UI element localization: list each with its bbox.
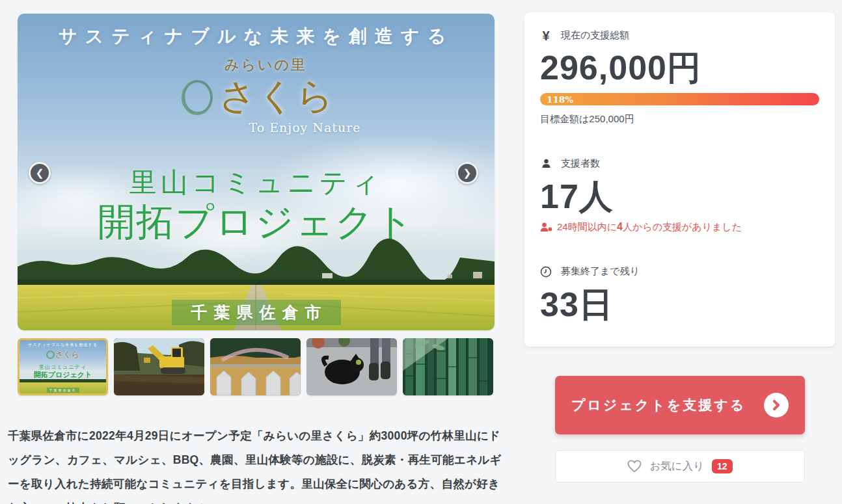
clock-icon: [540, 266, 552, 278]
thumb-title2: 開拓プロジェクト: [20, 370, 106, 380]
deadline-label: 募集終了まで残り: [561, 265, 640, 278]
person-add-icon: [540, 222, 552, 232]
chevron-right-circle-icon: [764, 393, 789, 418]
excavator-illustration: [114, 338, 204, 395]
thumbnail-excavator[interactable]: [114, 338, 204, 395]
hero-tagline: サスティナブルな未来を創造する: [18, 24, 495, 49]
favorite-count-badge: 12: [712, 459, 733, 473]
progress-bar: 118%: [540, 93, 819, 105]
project-description: 千葉県佐倉市に2022年4月29日にオープン予定「みらいの里さくら」約3000坪…: [8, 424, 502, 504]
logo-main-text: さくら: [219, 72, 335, 122]
deadline-label-row: 募集終了まで残り: [540, 265, 819, 278]
thumb-logo: さくら: [20, 349, 106, 360]
supporters-label: 支援者数: [561, 157, 600, 170]
funding-label: 現在の支援総額: [561, 29, 629, 42]
thumbnail-strip: サスティナブルな未来を創造する さくら 里山コミュニティ 開拓プロジェクト 千葉…: [18, 338, 495, 395]
thumbnail-dog[interactable]: [306, 338, 397, 395]
recent-support-note: 24時間以内に4人からの支援がありました: [540, 221, 819, 233]
yen-icon: ¥: [540, 30, 552, 42]
funding-label-row: ¥ 現在の支援総額: [540, 29, 819, 42]
thumb-tagline: サスティナブルな未来を創造する: [20, 342, 106, 348]
progress-percent: 118%: [540, 94, 573, 105]
dog-illustration: [306, 338, 397, 395]
thumbnail-bamboo[interactable]: [403, 338, 493, 395]
funding-amount: 296,000円: [540, 51, 819, 85]
person-icon: [540, 158, 552, 170]
ring-logo-icon: [178, 76, 217, 118]
funding-stats-card: ¥ 現在の支援総額 296,000円 118% 目標金額は250,000円 支援…: [524, 12, 835, 347]
thumbnail-project-banner[interactable]: サスティナブルな未来を創造する さくら 里山コミュニティ 開拓プロジェクト 千葉…: [18, 338, 108, 395]
supporters-count: 17人: [540, 179, 819, 213]
supporters-label-row: 支援者数: [540, 157, 819, 170]
logo-subtitle: To Enjoy Nature: [115, 120, 495, 135]
dog-run-illustration: [210, 338, 301, 395]
bamboo-illustration: [403, 338, 493, 395]
chevron-left-icon: ❮: [36, 167, 44, 179]
hero-logo: みらいの里 さくら To Enjoy Nature: [18, 55, 495, 135]
carousel-next-button[interactable]: ❯: [456, 162, 478, 184]
main-image-carousel: サスティナブルな未来を創造する みらいの里 さくら To Enjoy Natur…: [18, 14, 495, 330]
chevron-right-icon: ❯: [463, 167, 472, 179]
carousel-prev-button[interactable]: ❮: [29, 162, 51, 184]
thumb-location: 千葉県佐倉市: [20, 388, 106, 392]
support-project-button[interactable]: プロジェクトを支援する: [555, 376, 805, 434]
favorite-button[interactable]: お気に入り 12: [555, 450, 805, 483]
location-badge: 千葉県佐倉市: [18, 300, 495, 325]
funding-goal: 目標金額は250,000円: [540, 113, 819, 126]
thumbnail-dog-run[interactable]: [210, 338, 301, 395]
favorite-label: お気に入り: [649, 459, 704, 473]
ring-logo-icon: [46, 351, 55, 359]
hero-title-line1: 里山コミュニティ: [18, 165, 495, 201]
heart-icon: [627, 460, 642, 473]
project-page: { "hero": { "tagline": "サスティナブルな未来を創造する"…: [0, 0, 842, 504]
support-button-label: プロジェクトを支援する: [571, 396, 746, 414]
days-remaining: 33日: [540, 287, 819, 321]
